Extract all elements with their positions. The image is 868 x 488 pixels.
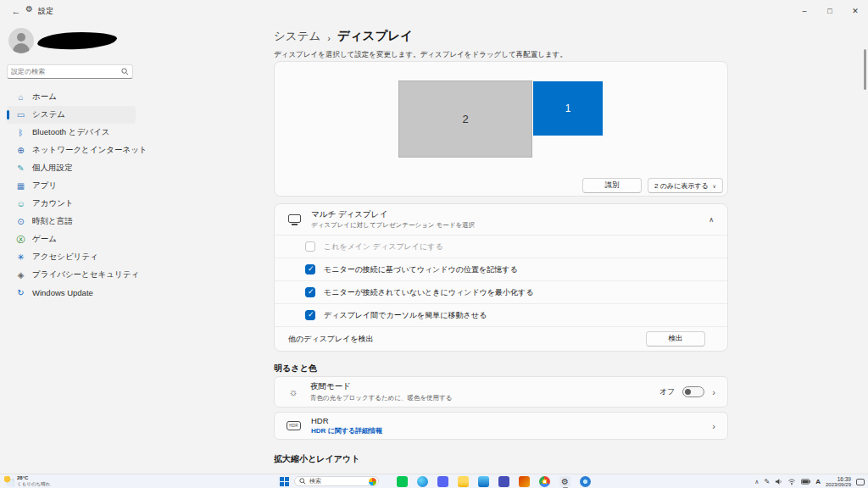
night-mode-card[interactable]: ☼ 夜間モード 青色の光をブロックするために、暖色を使用する オフ ›	[274, 376, 728, 408]
start-button[interactable]	[280, 477, 289, 486]
minimize-button[interactable]: –	[792, 0, 817, 22]
accessibility-icon: ✳	[15, 252, 26, 262]
detect-other-displays-row: 他のディスプレイを検出 検出	[275, 326, 727, 351]
weather-desc: くもりのち晴れ	[17, 481, 50, 487]
taskbar-file-explorer-icon[interactable]	[458, 476, 469, 487]
gaming-icon: ⓧ	[15, 234, 26, 246]
sidebar-item-privacy[interactable]: ◈ プライバシーとセキュリティ	[7, 266, 136, 284]
sidebar-item-personalization[interactable]: ✎ 個人用設定	[7, 159, 136, 177]
option-remember-window-positions[interactable]: モニターの接続に基づいてウィンドウの位置を記憶する	[275, 258, 727, 280]
tray-chevron-up-icon[interactable]: ∧	[754, 479, 759, 485]
avatar[interactable]	[8, 28, 34, 53]
night-mode-toggle[interactable]	[682, 386, 704, 397]
night-mode-subtitle: 青色の光をブロックするために、暖色を使用する	[310, 394, 452, 402]
system-icon: ▭	[15, 110, 26, 119]
hdr-title: HDR	[311, 416, 382, 425]
option-minimize-when-disconnected[interactable]: モニターが接続されていないときにウィンドウを最小化する	[275, 280, 727, 303]
windows-update-icon: ↻	[15, 288, 26, 297]
sidebar-item-apps[interactable]: ▦ アプリ	[7, 177, 136, 195]
identify-button[interactable]: 識別	[582, 178, 642, 193]
monitor-1[interactable]: 1	[533, 81, 603, 136]
taskbar-search[interactable]: 検索	[294, 476, 379, 486]
chevron-right-icon: ›	[712, 387, 715, 397]
breadcrumb: システム › ディスプレイ	[274, 28, 413, 44]
taskbar-discord-icon[interactable]	[437, 476, 448, 487]
monitor-2[interactable]: 2	[398, 80, 532, 158]
option-ease-cursor-movement[interactable]: ディスプレイ間でカーソルを簡単に移動させる	[275, 303, 727, 326]
pen-icon[interactable]: ✎	[764, 478, 770, 485]
tray-date: 2023/09/29	[826, 482, 851, 488]
maximize-button[interactable]: □	[817, 0, 843, 22]
weather-icon	[4, 476, 14, 486]
ime-indicator[interactable]: A	[815, 478, 821, 485]
sidebar-item-network[interactable]: ⊕ ネットワークとインターネット	[7, 141, 136, 159]
sidebar-item-accessibility[interactable]: ✳ アクセシビリティ	[7, 248, 136, 266]
breadcrumb-system[interactable]: システム	[274, 29, 320, 44]
sidebar-item-gaming[interactable]: ⓧ ゲーム	[7, 230, 136, 248]
scaling-section-title: 拡大縮小とレイアウト	[274, 453, 359, 465]
sidebar-item-accounts[interactable]: ☺ アカウント	[7, 195, 136, 213]
settings-window: ← ⚙ 設定 – □ ✕ ⌂ ホーム ▭ システム	[0, 0, 868, 488]
sidebar-item-home[interactable]: ⌂ ホーム	[7, 88, 136, 106]
hdr-info-link[interactable]: HDR に関する詳細情報	[311, 426, 382, 435]
wifi-icon[interactable]	[787, 478, 796, 485]
window-title: 設定	[38, 6, 53, 17]
detect-button[interactable]: 検出	[646, 331, 705, 347]
chevron-down-icon: ∨	[713, 183, 716, 189]
sidebar-item-time-language[interactable]: ⊙ 時刻と言語	[7, 213, 136, 230]
taskbar-line-icon[interactable]	[397, 476, 408, 487]
taskbar-settings-icon[interactable]: ⚙	[559, 476, 570, 487]
battery-icon[interactable]	[801, 479, 810, 485]
display-arrangement-card: 2 1 識別 2 のみに表示する ∨	[274, 61, 728, 197]
taskbar-store-icon[interactable]	[478, 476, 489, 487]
privacy-icon: ◈	[15, 270, 26, 280]
night-light-icon: ☼	[287, 386, 300, 398]
taskbar-chrome-icon[interactable]	[539, 476, 550, 487]
search-highlight-icon	[369, 478, 376, 485]
system-tray: ∧ ✎ A 16:39 2023/09/29	[754, 474, 865, 488]
night-mode-title: 夜間モード	[310, 381, 452, 392]
sidebar-item-system[interactable]: ▭ システム	[7, 106, 136, 124]
checkbox-ease-cursor-movement[interactable]	[305, 310, 315, 320]
chevron-up-icon[interactable]: ∧	[709, 216, 714, 224]
night-mode-state: オフ	[659, 386, 675, 397]
sidebar-item-bluetooth[interactable]: ᛒ Bluetooth とデバイス	[7, 124, 136, 141]
taskbar-photos-icon[interactable]	[580, 476, 591, 487]
taskbar-search-label: 検索	[309, 477, 365, 485]
taskbar-teams-icon[interactable]	[498, 476, 509, 487]
personalization-icon: ✎	[15, 164, 26, 173]
apps-icon: ▦	[15, 181, 26, 191]
multi-display-header[interactable]: マルチ ディスプレイ ディスプレイに対してプレゼンテーション モードを選択 ∧	[275, 204, 727, 235]
multi-display-icon	[288, 214, 301, 223]
taskbar-office-icon[interactable]	[519, 476, 530, 487]
hdr-card[interactable]: HDR HDR HDR に関する詳細情報 ›	[274, 412, 728, 440]
checkbox-make-main-display[interactable]	[305, 241, 315, 252]
sidebar-item-windows-update[interactable]: ↻ Windows Update	[7, 284, 136, 302]
multi-display-card: マルチ ディスプレイ ディスプレイに対してプレゼンテーション モードを選択 ∧ …	[274, 203, 728, 352]
weather-temp: 28°C	[17, 475, 50, 481]
taskbar-apps: ⚙	[397, 476, 591, 487]
clock[interactable]: 16:39 2023/09/29	[826, 476, 851, 488]
tray-time: 16:39	[837, 476, 851, 482]
clock-icon: ⊙	[15, 217, 26, 226]
hdr-icon: HDR	[287, 421, 301, 430]
page-description: ディスプレイを選択して設定を変更します。ディスプレイをドラッグして再配置します。	[274, 50, 567, 60]
display-mode-dropdown[interactable]: 2 のみに表示する ∨	[648, 178, 723, 193]
checkbox-remember-window-positions[interactable]	[305, 264, 315, 274]
multi-display-subtitle: ディスプレイに対してプレゼンテーション モードを選択	[311, 221, 475, 230]
accounts-icon: ☺	[15, 199, 26, 208]
search-input[interactable]	[8, 68, 121, 75]
close-button[interactable]: ✕	[843, 0, 868, 22]
search-icon	[299, 478, 306, 485]
option-make-main-display[interactable]: これをメイン ディスプレイにする	[275, 235, 727, 258]
checkbox-minimize-when-disconnected[interactable]	[305, 287, 315, 297]
weather-widget[interactable]: 28°C くもりのち晴れ	[4, 475, 50, 487]
brightness-section-title: 明るさと色	[274, 363, 317, 374]
back-button[interactable]: ←	[7, 3, 25, 19]
home-icon: ⌂	[15, 92, 26, 102]
taskbar-edge-icon[interactable]	[417, 476, 428, 487]
scrollbar-thumb[interactable]	[864, 49, 866, 90]
speaker-icon[interactable]	[775, 478, 782, 485]
notification-icon[interactable]	[856, 479, 865, 485]
titlebar: ← ⚙ 設定 – □ ✕	[0, 0, 868, 22]
